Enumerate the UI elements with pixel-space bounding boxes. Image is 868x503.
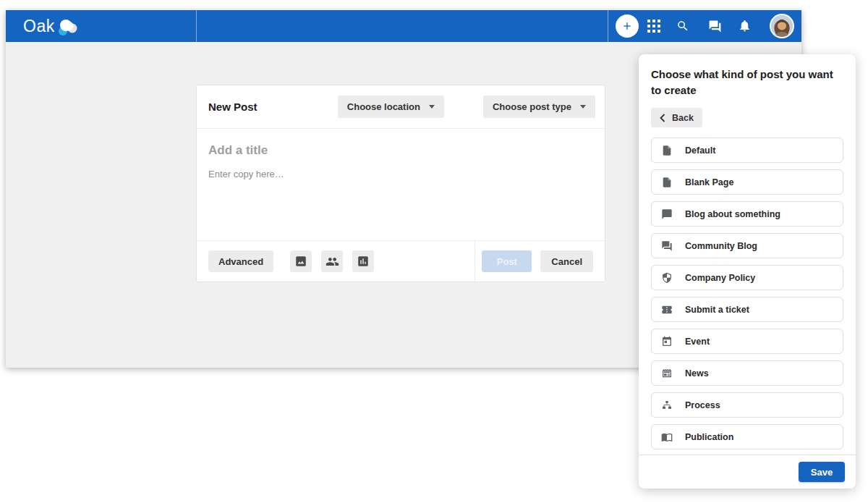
tag-people-button[interactable] — [321, 250, 343, 272]
oak-logo[interactable]: Oak — [23, 10, 78, 42]
post-type-option-label: Submit a ticket — [685, 305, 749, 315]
new-post-title: New Post — [208, 101, 258, 113]
choose-location-dropdown[interactable]: Choose location — [338, 96, 444, 118]
messages-icon — [708, 20, 722, 33]
post-type-panel: Choose what kind of post you want to cre… — [639, 54, 856, 489]
post-type-option[interactable]: Company Policy — [651, 265, 843, 290]
apps-grid-button[interactable] — [647, 20, 660, 35]
post-type-option-label: Blank Page — [685, 177, 733, 187]
poll-button[interactable] — [352, 250, 374, 272]
shield-icon — [661, 272, 673, 284]
post-title-input[interactable]: Add a title — [208, 143, 593, 158]
post-type-option[interactable]: Blank Page — [651, 169, 843, 195]
new-post-card: New Post Choose location Choose post typ… — [196, 85, 605, 282]
footer-divider — [475, 241, 475, 282]
post-type-option-label: Community Blog — [685, 241, 757, 251]
post-type-option[interactable]: Blog about something — [651, 201, 843, 227]
save-button[interactable]: Save — [799, 462, 845, 482]
chevron-left-icon — [660, 114, 665, 122]
top-nav-bar: Oak — [6, 10, 801, 42]
choose-post-type-dropdown[interactable]: Choose post type — [483, 96, 595, 118]
people-icon — [326, 255, 339, 269]
document-icon — [661, 177, 673, 188]
topbar-divider — [608, 10, 608, 42]
user-avatar[interactable] — [770, 14, 794, 38]
notifications-button[interactable] — [738, 19, 752, 35]
calendar-icon — [661, 336, 673, 347]
cancel-button[interactable]: Cancel — [540, 250, 593, 272]
messages-button[interactable] — [708, 20, 722, 36]
user-avatar-image — [771, 15, 793, 37]
post-type-option-label: Event — [685, 337, 710, 347]
post-type-option[interactable]: Publication — [651, 424, 843, 449]
post-type-option-label: Default — [685, 145, 715, 156]
oak-cloud-icon — [56, 19, 78, 36]
post-type-option-label: Company Policy — [685, 273, 755, 283]
forum-icon — [661, 240, 673, 252]
post-type-option[interactable]: Submit a ticket — [651, 297, 843, 322]
poll-icon — [357, 255, 370, 268]
advanced-button[interactable]: Advanced — [208, 250, 273, 272]
post-type-option-label: News — [685, 368, 709, 379]
ticket-icon — [661, 304, 673, 316]
post-type-option[interactable]: Event — [651, 329, 843, 354]
choose-post-type-label: Choose post type — [493, 101, 571, 112]
search-icon — [676, 20, 689, 33]
search-button[interactable] — [676, 20, 689, 35]
back-label: Back — [672, 113, 694, 123]
insert-image-button[interactable] — [290, 250, 312, 272]
oak-logo-text: Oak — [23, 17, 55, 36]
notifications-icon — [738, 19, 752, 33]
post-type-option-label: Publication — [685, 432, 733, 442]
post-type-option[interactable]: News — [651, 360, 843, 386]
chevron-down-icon — [580, 105, 586, 109]
post-body-input[interactable]: Enter copy here… — [208, 169, 593, 179]
post-type-option[interactable]: Process — [651, 392, 843, 418]
post-type-option[interactable]: Default — [651, 138, 843, 163]
post-type-panel-footer: Save — [639, 455, 856, 489]
post-type-panel-header: Choose what kind of post you want to cre… — [639, 54, 856, 127]
document-icon — [661, 145, 673, 156]
apps-grid-icon — [647, 20, 660, 33]
post-type-option-label: Blog about something — [685, 209, 780, 219]
post-button[interactable]: Post — [482, 250, 532, 272]
comment-icon — [661, 208, 673, 220]
post-type-option[interactable]: Community Blog — [651, 233, 843, 258]
post-type-list: DefaultBlank PageBlog about somethingCom… — [639, 138, 856, 455]
create-post-button[interactable] — [616, 14, 639, 38]
tree-icon — [661, 400, 673, 411]
new-post-footer: Advanced Post — [197, 240, 605, 282]
chevron-down-icon — [429, 105, 435, 109]
back-button[interactable]: Back — [651, 108, 702, 127]
new-post-header: New Post Choose location Choose post typ… — [197, 85, 605, 129]
topbar-divider — [196, 10, 197, 42]
add-icon — [621, 20, 633, 32]
panel-title: Choose what kind of post you want to cre… — [651, 67, 833, 98]
choose-location-label: Choose location — [347, 101, 420, 112]
book-icon — [661, 431, 673, 443]
news-icon — [661, 368, 673, 379]
image-icon — [294, 255, 307, 268]
post-editor-area[interactable]: Add a title Enter copy here… — [197, 129, 605, 240]
post-type-option-label: Process — [685, 400, 720, 410]
